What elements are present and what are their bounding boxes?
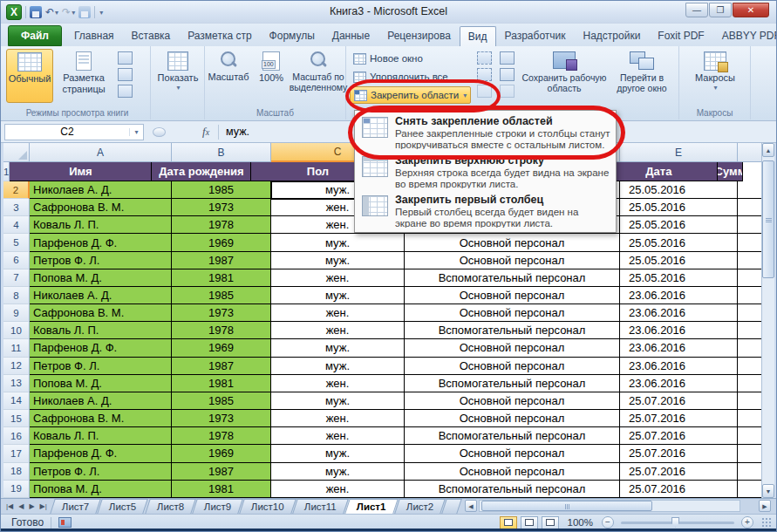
new-window-button[interactable]: Новое окно [350, 50, 426, 67]
cell-date[interactable]: 25.07.2016 [620, 410, 738, 427]
first-sheet-icon[interactable]: |◀ [4, 501, 15, 511]
restore-button[interactable]: ❐ [709, 3, 732, 17]
ribbon-tab-ABBYY PDF Tr[interactable]: ABBYY PDF Tr [713, 25, 777, 46]
cell-name[interactable]: Николаев А. Д. [30, 181, 172, 199]
cell-birth-year[interactable]: 1973 [172, 199, 271, 216]
formula-value[interactable]: муж. [226, 126, 249, 138]
cell-sum[interactable] [738, 463, 763, 481]
cell-sum[interactable] [738, 358, 763, 375]
cell-dept[interactable]: Основной персонал [405, 252, 620, 269]
ribbon-tab-Разметка стр[interactable]: Разметка стр [179, 25, 260, 46]
cell-date[interactable]: 25.07.2016 [620, 463, 738, 481]
split-icon[interactable] [477, 51, 492, 65]
ribbon-tab-Главная[interactable]: Главная [65, 25, 123, 46]
cell-dept[interactable]: Вспомогательный персонал [405, 269, 620, 287]
cell-dept[interactable]: Вспомогательный персонал [405, 481, 620, 498]
cell-date[interactable]: 23.06.2016 [620, 304, 738, 322]
cell-date[interactable]: 25.05.2016 [620, 234, 738, 251]
cell-sum[interactable] [738, 199, 763, 216]
row-number[interactable]: 13 [3, 375, 30, 392]
cell-birth-year[interactable]: 1978 [172, 322, 271, 339]
header-cell-name[interactable]: Имя [10, 162, 152, 181]
cell-birth-year[interactable]: 1969 [172, 339, 271, 357]
cell-sum[interactable] [738, 427, 763, 445]
row-number[interactable]: 3 [3, 199, 30, 216]
sheet-tab-Лист8[interactable]: Лист8 [145, 499, 196, 514]
fx-icon[interactable]: fx [202, 125, 209, 139]
cell-date[interactable]: 25.07.2016 [620, 481, 738, 498]
header-cell-sum[interactable]: Сумм [718, 162, 743, 181]
cell-date[interactable]: 23.06.2016 [620, 339, 738, 357]
synchronous-scrolling-icon[interactable] [500, 68, 515, 81]
view-side-by-side-icon[interactable] [500, 51, 515, 65]
cell-sex[interactable]: муж. [271, 287, 405, 304]
cell-date[interactable]: 25.05.2016 [620, 199, 738, 216]
sheet-tab-Лист1[interactable]: Лист1 [344, 499, 398, 514]
column-header-A[interactable]: A [30, 143, 172, 162]
cell-sum[interactable] [738, 304, 763, 322]
cell-date[interactable]: 23.06.2016 [620, 375, 738, 392]
cell-dept[interactable]: Основной персонал [405, 339, 620, 357]
cell-sum[interactable] [738, 287, 763, 304]
cell-name[interactable]: Попова М. Д. [30, 481, 172, 498]
cell-sex[interactable]: муж. [271, 339, 405, 357]
ribbon-tab-Вид[interactable]: Вид [460, 26, 496, 46]
cell-birth-year[interactable]: 1987 [172, 252, 271, 269]
cell-sum[interactable] [738, 234, 763, 251]
row-number[interactable]: 4 [3, 216, 30, 234]
cell-date[interactable]: 25.07.2016 [620, 392, 738, 410]
hscroll-left-icon[interactable]: ◀ [465, 500, 477, 512]
scroll-down-icon[interactable]: ▼ [762, 484, 774, 498]
show-button[interactable]: Показать ▾ [153, 49, 202, 103]
cell-sex[interactable]: жен. [271, 269, 405, 287]
cell-sex[interactable]: жен. [271, 304, 405, 322]
insert-sheet-button[interactable] [441, 499, 462, 514]
cell-birth-year[interactable]: 1969 [172, 445, 271, 462]
cell-birth-year[interactable]: 1981 [172, 375, 271, 392]
normal-view-button[interactable]: Обычный [6, 49, 53, 103]
cell-name[interactable]: Сафронова В. М. [30, 304, 172, 322]
name-box[interactable]: C2 ▾ [4, 124, 144, 140]
cell-birth-year[interactable]: 1973 [172, 410, 271, 427]
horizontal-scrollbar[interactable] [479, 500, 740, 512]
row-number[interactable]: 14 [3, 392, 30, 410]
full-screen-icon[interactable] [118, 85, 133, 98]
ribbon-tab-Вставка[interactable]: Вставка [123, 25, 180, 46]
cell-date[interactable]: 23.06.2016 [620, 322, 738, 339]
cell-sum[interactable] [738, 181, 763, 199]
cell-name[interactable]: Коваль Л. П. [30, 216, 172, 234]
cell-date[interactable]: 25.05.2016 [620, 269, 738, 287]
cell-dept[interactable]: Основной персонал [405, 234, 620, 251]
cell-dept[interactable]: Основной персонал [405, 410, 620, 427]
next-sheet-icon[interactable]: ▶ [27, 501, 36, 511]
cell-sum[interactable] [738, 216, 763, 234]
cell-dept[interactable]: Основной персонал [405, 287, 620, 304]
cell-date[interactable]: 23.06.2016 [620, 287, 738, 304]
cell-name[interactable]: Попова М. Д. [30, 269, 172, 287]
zoom-button[interactable]: Масштаб [207, 49, 250, 103]
cell-birth-year[interactable]: 1973 [172, 304, 271, 322]
cell-sex[interactable]: жен. [271, 375, 405, 392]
minimize-button[interactable]: — [685, 3, 708, 17]
cell-sum[interactable] [738, 375, 763, 392]
row-number[interactable]: 6 [3, 252, 30, 269]
cell-birth-year[interactable]: 1981 [172, 269, 271, 287]
zoom-slider-thumb[interactable] [671, 517, 679, 528]
arrange-all-button[interactable]: Упорядочить все [350, 68, 452, 85]
row-number[interactable]: 12 [3, 358, 30, 375]
close-button[interactable]: ✕ [733, 3, 769, 17]
save-workspace-button[interactable]: Сохранить рабочую область [521, 49, 608, 103]
page-break-toggle[interactable] [542, 516, 559, 529]
ribbon-tab-Foxit PDF[interactable]: Foxit PDF [649, 25, 712, 46]
cell-sex[interactable]: жен. [271, 410, 405, 427]
cell-sum[interactable] [738, 481, 763, 498]
cell-sum[interactable] [738, 269, 763, 287]
cell-sex[interactable]: жен. [271, 481, 405, 498]
cell-name[interactable]: Николаев А. Д. [30, 287, 172, 304]
row-number[interactable]: 11 [3, 339, 30, 357]
menu-item-unfreeze[interactable]: Снять закрепление областей Ранее закрепл… [355, 113, 616, 153]
chevron-down-icon[interactable]: ▾ [129, 128, 143, 136]
cell-name[interactable]: Сафронова В. М. [30, 410, 172, 427]
cell-sex[interactable]: муж. [271, 445, 405, 462]
cell-sum[interactable] [738, 339, 763, 357]
